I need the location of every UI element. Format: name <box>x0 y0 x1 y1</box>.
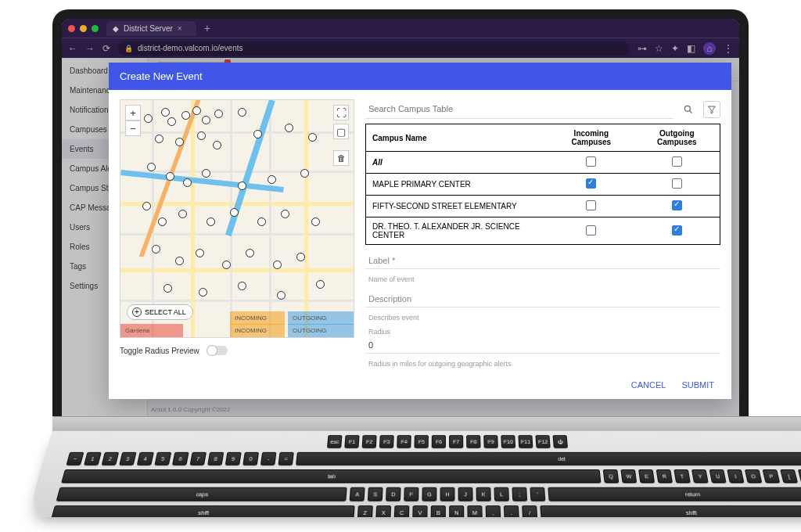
back-button[interactable]: ← <box>68 43 77 54</box>
map-zoom-in[interactable]: + <box>125 105 141 120</box>
table-row: DR. THEO. T. ALEXANDER JR. SCIENCE CENTE… <box>366 217 720 245</box>
label-field: Label * <box>365 250 720 269</box>
tab-favicon: ◆ <box>113 24 119 33</box>
checkbox-incoming-all[interactable] <box>586 156 596 167</box>
legend-blue-top: OUTGOING <box>288 311 354 325</box>
window-controls[interactable] <box>68 25 99 32</box>
search-icon[interactable] <box>680 101 697 118</box>
browser-chrome: ◆ District Server × + ← → ⟳ 🔒 district-d… <box>62 19 739 58</box>
lock-icon: 🔒 <box>124 45 133 52</box>
laptop-keyboard: escF1F2F3F4F5F6F7F8F9F10F11F12⏻ ~1234567… <box>27 430 801 517</box>
modal-title: Create New Event <box>109 63 731 90</box>
bookmark-icon[interactable]: ◧ <box>687 43 695 54</box>
new-tab-button[interactable]: + <box>204 22 210 34</box>
campus-table: Campus Name Incoming Campuses Outgoing C… <box>365 124 720 245</box>
toggle-radius-label: Toggle Radius Preview <box>120 347 199 355</box>
radius-input[interactable] <box>365 339 720 354</box>
cell-name: DR. THEO. T. ALEXANDER JR. SCIENCE CENTE… <box>366 217 549 245</box>
legend-blue-bottom: OUTGOING <box>288 324 354 337</box>
create-event-modal: Create New Event <box>109 63 731 399</box>
table-row: FIFTY-SECOND STREET ELEMENTARY <box>366 196 720 217</box>
legend-orange-bottom: INCOMING <box>230 324 285 337</box>
checkbox-incoming[interactable] <box>586 178 596 189</box>
map-delete-icon[interactable]: 🗑 <box>333 150 349 166</box>
cell-name: FIFTY-SECOND STREET ELEMENTARY <box>366 196 549 217</box>
campus-map[interactable]: + − ⛶ ▢ 🗑 <box>120 99 354 338</box>
description-field: Description <box>365 288 720 307</box>
star-icon[interactable]: ☆ <box>655 43 663 54</box>
profile-avatar[interactable]: ⌂ <box>703 42 716 55</box>
table-row-all: All <box>366 152 720 174</box>
label-input[interactable] <box>365 250 720 269</box>
toggle-radius-switch[interactable] <box>207 346 228 355</box>
checkbox-outgoing[interactable] <box>672 225 682 235</box>
label-helper: Name of event <box>365 274 720 283</box>
address-bar[interactable]: 🔒 district-demo.valcom.io/events <box>118 41 630 56</box>
radius-helper: Radius in miles for outgoing geographic … <box>365 358 720 368</box>
extensions-icon[interactable]: ✦ <box>671 43 679 54</box>
svg-point-0 <box>684 106 690 111</box>
map-zoom-out[interactable]: − <box>125 120 141 136</box>
url-text: district-demo.valcom.io/events <box>138 44 243 52</box>
plus-circle-icon: + <box>132 307 142 317</box>
radius-field-label: Radius <box>365 326 720 336</box>
checkbox-incoming[interactable] <box>586 225 596 235</box>
select-all-button[interactable]: + SELECT ALL <box>127 304 193 320</box>
description-input[interactable] <box>365 288 720 307</box>
maximize-window-icon[interactable] <box>92 25 99 32</box>
svg-marker-2 <box>709 106 716 113</box>
close-window-icon[interactable] <box>68 25 75 32</box>
minimize-window-icon[interactable] <box>80 25 87 32</box>
col-outgoing: Outgoing Campuses <box>634 124 720 152</box>
browser-tab[interactable]: ◆ District Server × <box>106 21 196 36</box>
radius-field <box>365 337 720 354</box>
forward-button[interactable]: → <box>85 43 95 54</box>
map-draw-box-icon[interactable]: ▢ <box>333 124 349 139</box>
tab-close-icon[interactable]: × <box>178 24 182 33</box>
search-campus-input[interactable] <box>365 99 673 119</box>
checkbox-outgoing-all[interactable] <box>672 156 682 167</box>
checkbox-outgoing[interactable] <box>672 200 682 210</box>
col-campus-name: Campus Name <box>366 124 549 152</box>
menu-icon[interactable]: ⋮ <box>724 43 733 54</box>
cancel-button[interactable]: CANCEL <box>631 380 666 390</box>
cell-name: All <box>366 152 549 174</box>
map-fullscreen-icon[interactable]: ⛶ <box>333 105 349 120</box>
filter-icon[interactable] <box>703 101 720 118</box>
submit-button[interactable]: SUBMIT <box>681 380 714 390</box>
legend-red: Gardena <box>120 324 183 337</box>
checkbox-incoming[interactable] <box>586 200 596 210</box>
description-helper: Describes event <box>365 312 720 322</box>
cell-name: MAPLE PRIMARY CENTER <box>366 174 549 196</box>
legend-orange-top: INCOMING <box>230 311 285 325</box>
checkbox-outgoing[interactable] <box>672 178 682 189</box>
table-row: MAPLE PRIMARY CENTER <box>366 174 720 196</box>
tab-title: District Server <box>124 24 173 33</box>
reload-button[interactable]: ⟳ <box>102 43 110 54</box>
key-icon[interactable]: ⊶ <box>638 43 647 54</box>
select-all-label: SELECT ALL <box>145 308 186 316</box>
col-incoming: Incoming Campuses <box>548 124 634 152</box>
svg-line-1 <box>689 110 691 113</box>
footer-version: Ardot 1.0.0 Copyright ©2022 <box>151 406 231 413</box>
